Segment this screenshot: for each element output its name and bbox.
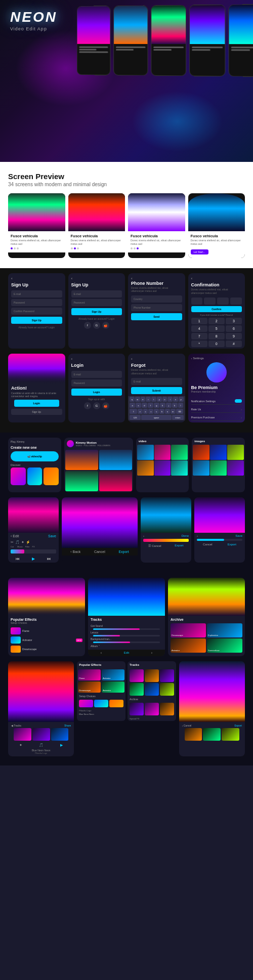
num-4[interactable]: 4 [191, 325, 207, 332]
neon-big-tool-1[interactable]: ✦ [19, 743, 22, 747]
archive-item-3[interactable]: Animator [171, 638, 206, 653]
key-h[interactable]: h [160, 403, 165, 408]
neon3-save[interactable]: Save [235, 534, 242, 537]
num-2[interactable]: 2 [208, 318, 225, 324]
phone-field[interactable]: Phone Number [131, 304, 182, 311]
erg-item-1[interactable] [14, 728, 31, 741]
resend-link[interactable]: If you didn't receive a code? Resend [191, 314, 242, 316]
n2-tool-1[interactable]: ☰ Cancel [148, 544, 161, 547]
key-z[interactable]: z [138, 409, 143, 414]
action-signup-button[interactable]: Sign Up [11, 409, 62, 415]
neon-big-export-2[interactable]: Export [235, 724, 242, 727]
effect-item-2[interactable]: Activator NEW [11, 635, 82, 645]
pg-item-6[interactable] [171, 460, 188, 476]
erg-item-2[interactable] [32, 728, 50, 741]
pg-item-1[interactable] [137, 445, 154, 460]
num-hash[interactable]: # [226, 340, 242, 347]
pg-item-4[interactable] [137, 460, 154, 476]
video-thumb-2[interactable] [99, 450, 132, 470]
key-e[interactable]: e [141, 397, 146, 402]
pg-item-3[interactable] [171, 445, 188, 460]
pg-item-8[interactable] [210, 445, 227, 460]
num-0[interactable]: 0 [208, 340, 225, 347]
pg-item-7[interactable] [193, 445, 209, 460]
num-5[interactable]: 5 [208, 325, 225, 332]
code-box-4[interactable] [230, 297, 242, 305]
signup-button-2[interactable]: Sign Up [71, 308, 122, 315]
key-t[interactable]: t [151, 397, 156, 402]
key-i[interactable]: i [167, 397, 173, 402]
neon-tool-3[interactable]: ✦ [21, 540, 24, 544]
key-return[interactable]: return [172, 415, 183, 420]
key-y[interactable]: y [157, 397, 162, 402]
setup-item-3[interactable] [109, 700, 123, 707]
tg-4[interactable] [130, 683, 144, 696]
slider-1[interactable] [197, 539, 242, 541]
num-3[interactable]: 3 [226, 318, 242, 324]
big-neon-export[interactable]: Export [118, 550, 129, 553]
track-slider-1[interactable] [93, 628, 160, 630]
key-k[interactable]: k [172, 403, 178, 408]
neon-tool-2[interactable]: 🎵 [15, 540, 20, 544]
facebook-button[interactable]: f [84, 322, 91, 329]
discover-item-2[interactable] [27, 467, 43, 485]
key-backspace[interactable]: ⌫ [176, 409, 184, 414]
forgot-submit-button[interactable]: Submit [131, 387, 182, 394]
key-u[interactable]: u [162, 397, 167, 402]
password-field-1[interactable]: Password [11, 299, 62, 306]
key-v[interactable]: v [154, 409, 159, 414]
key-a[interactable]: a [130, 403, 135, 408]
neon-tool-4[interactable]: ⚡ [26, 540, 30, 544]
email-field-1[interactable]: E-mail [11, 290, 62, 297]
video-thumb-1[interactable] [65, 450, 98, 470]
pop-eff-2[interactable]: Activator [102, 669, 124, 680]
discover-item-3[interactable] [44, 467, 59, 485]
pop-eff-1[interactable]: Flame [78, 669, 101, 680]
num-6[interactable]: 6 [226, 325, 242, 332]
pg-item-11[interactable] [210, 460, 227, 476]
video-thumb-3[interactable] [65, 471, 98, 491]
code-box-1[interactable] [191, 297, 203, 305]
num-9[interactable]: 9 [226, 333, 242, 339]
n3-cancel[interactable]: Cancel [203, 543, 213, 546]
big-neon-back[interactable]: ‹ Back [70, 550, 80, 553]
neon-back-btn[interactable]: ‹ Edit [11, 534, 19, 538]
n2-tool-2[interactable]: Export [175, 544, 183, 547]
neon2-done[interactable]: Done [182, 534, 189, 537]
prev-btn[interactable]: ⏮ [16, 557, 20, 561]
tg-6[interactable] [160, 683, 174, 696]
login-email-field[interactable]: E-mail [71, 371, 122, 378]
key-123[interactable]: 123 [130, 415, 141, 420]
confirm-button[interactable]: Confirm [191, 306, 242, 312]
confirm-password-field[interactable]: Confirm Password [11, 308, 62, 315]
login-button[interactable]: Login [71, 389, 122, 396]
archive-item-1[interactable]: Dreamscape [171, 623, 206, 637]
pg-item-10[interactable] [193, 460, 209, 476]
apple-button[interactable]: 🍎 [102, 322, 109, 329]
track-edit-btn[interactable]: Edit [124, 651, 129, 655]
premium-purchase-item[interactable]: Premium Purchase › [191, 414, 242, 421]
track-forward-btn[interactable]: › [151, 651, 152, 655]
login-apple-button[interactable]: 🍎 [102, 402, 109, 409]
google-button[interactable]: G [93, 322, 100, 329]
num-1[interactable]: 1 [191, 318, 207, 324]
notif-toggle[interactable] [235, 399, 242, 403]
neon-big-nav-2[interactable]: ‹ Cancel [182, 724, 192, 727]
tg-5[interactable] [145, 683, 159, 696]
code-box-2[interactable] [204, 297, 216, 305]
key-o[interactable]: o [173, 397, 178, 402]
key-c[interactable]: c [148, 409, 153, 414]
key-space[interactable]: space [141, 415, 172, 420]
num-8[interactable]: 8 [208, 333, 225, 339]
login-google-button[interactable]: G [93, 402, 100, 409]
signup-button-1[interactable]: Sign Up [11, 317, 62, 324]
tg-2[interactable] [145, 669, 159, 682]
login-password-field[interactable]: Password [71, 379, 122, 387]
password-field-2[interactable]: Password [71, 299, 122, 306]
key-x[interactable]: x [143, 409, 148, 414]
num-7[interactable]: 7 [191, 333, 207, 339]
ag-3[interactable] [160, 703, 174, 715]
num-star[interactable]: * [191, 340, 207, 347]
pg-item-2[interactable] [154, 445, 171, 460]
key-b[interactable]: b [159, 409, 164, 414]
